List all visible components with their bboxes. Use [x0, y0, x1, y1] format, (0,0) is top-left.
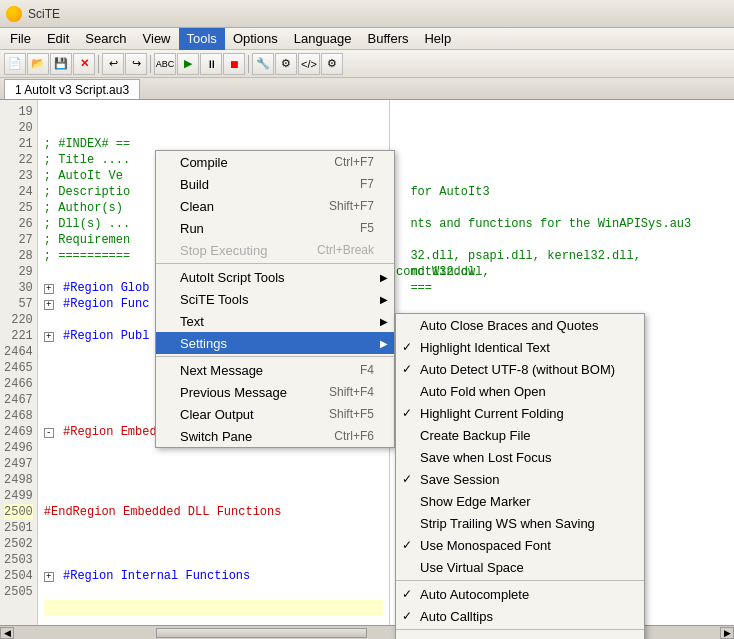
tools-clear-output[interactable]: Clear Output Shift+F5: [156, 403, 394, 425]
check-icon: ✓: [402, 340, 412, 354]
save-button[interactable]: 💾: [50, 53, 72, 75]
fold-icon[interactable]: +: [44, 332, 54, 342]
menu-bar: File Edit Search View Tools Options Lang…: [0, 28, 734, 50]
menu-options[interactable]: Options: [225, 28, 286, 50]
scrollbar-thumb[interactable]: [156, 628, 367, 638]
pause-btn[interactable]: ⏸: [200, 53, 222, 75]
tools-compile[interactable]: Compile Ctrl+F7: [156, 151, 394, 173]
code-line: [44, 520, 383, 536]
settings-edge-marker[interactable]: Show Edge Marker: [396, 490, 644, 512]
tool3-btn[interactable]: </>: [298, 53, 320, 75]
settings-save-focus[interactable]: Save when Lost Focus: [396, 446, 644, 468]
check-icon: ✓: [402, 587, 412, 601]
sep: [156, 263, 394, 264]
check-icon: ✓: [402, 406, 412, 420]
menu-buffers[interactable]: Buffers: [360, 28, 417, 50]
check-icon: ✓: [402, 538, 412, 552]
tools-scite-tools[interactable]: SciTE Tools: [156, 288, 394, 310]
code-line: [44, 600, 383, 616]
settings-save-session[interactable]: ✓ Save Session: [396, 468, 644, 490]
check-icon: ✓: [402, 362, 412, 376]
fold-icon[interactable]: +: [44, 572, 54, 582]
menu-file[interactable]: File: [2, 28, 39, 50]
line-numbers: 19 20 21 22 23 24 25 26 27 28 29 30 57 2…: [0, 100, 38, 639]
settings-monospaced[interactable]: ✓ Use Monospaced Font: [396, 534, 644, 556]
settings-auto-close[interactable]: Auto Close Braces and Quotes: [396, 314, 644, 336]
sep: [396, 580, 644, 581]
settings-auto-autocomplete[interactable]: ✓ Auto Autocomplete: [396, 583, 644, 605]
tools-clean[interactable]: Clean Shift+F7: [156, 195, 394, 217]
fold-icon[interactable]: -: [44, 428, 54, 438]
editor-area: 19 20 21 22 23 24 25 26 27 28 29 30 57 2…: [0, 100, 734, 639]
code-line: [44, 552, 383, 568]
close-button[interactable]: ✕: [73, 53, 95, 75]
tools-prev-message[interactable]: Previous Message Shift+F4: [156, 381, 394, 403]
settings-auto-fold[interactable]: Auto Fold when Open: [396, 380, 644, 402]
menu-edit[interactable]: Edit: [39, 28, 77, 50]
settings-virtual-space[interactable]: Use Virtual Space: [396, 556, 644, 578]
sep3: [248, 55, 249, 73]
check-icon: ✓: [402, 472, 412, 486]
code-line: [44, 104, 383, 120]
settings-strip-ws[interactable]: Strip Trailing WS when Saving: [396, 512, 644, 534]
menu-language[interactable]: Language: [286, 28, 360, 50]
code-line: [44, 488, 383, 504]
title-text: SciTE: [28, 7, 60, 21]
tool4-btn[interactable]: ⚙: [321, 53, 343, 75]
settings-backup[interactable]: Create Backup File: [396, 424, 644, 446]
code-line: [44, 584, 383, 600]
tool2-btn[interactable]: ⚙: [275, 53, 297, 75]
settings-sidebar[interactable]: Sidebar: [396, 632, 644, 639]
tools-dropdown: Compile Ctrl+F7 Build F7 Clean Shift+F7 …: [155, 150, 395, 448]
stop-btn[interactable]: ⏹: [223, 53, 245, 75]
code-line: + #Region Internal Functions: [44, 568, 383, 584]
tools-next-message[interactable]: Next Message F4: [156, 359, 394, 381]
sep2: [150, 55, 151, 73]
tools-build[interactable]: Build F7: [156, 173, 394, 195]
sep2: [156, 356, 394, 357]
settings-auto-calltips[interactable]: ✓ Auto Calltips: [396, 605, 644, 627]
code-line: #EndRegion Embedded DLL Functions: [44, 504, 383, 520]
settings-highlight-folding[interactable]: ✓ Highlight Current Folding: [396, 402, 644, 424]
menu-view[interactable]: View: [135, 28, 179, 50]
sep1: [98, 55, 99, 73]
fold-icon[interactable]: +: [44, 284, 54, 294]
tools-settings[interactable]: Settings: [156, 332, 394, 354]
sep2: [396, 629, 644, 630]
tools-stop[interactable]: Stop Executing Ctrl+Break: [156, 239, 394, 261]
code-line: [44, 536, 383, 552]
tool1-btn[interactable]: 🔧: [252, 53, 274, 75]
title-bar: SciTE: [0, 0, 734, 28]
code-line: [44, 472, 383, 488]
tools-text[interactable]: Text: [156, 310, 394, 332]
tools-autoit-script-tools[interactable]: AutoIt Script Tools: [156, 266, 394, 288]
settings-highlight-identical[interactable]: ✓ Highlight Identical Text: [396, 336, 644, 358]
open-button[interactable]: 📂: [27, 53, 49, 75]
settings-submenu: Auto Close Braces and Quotes ✓ Highlight…: [395, 313, 645, 639]
check-icon: ✓: [402, 609, 412, 623]
code-line: [44, 120, 383, 136]
tab-autoit[interactable]: 1 AutoIt v3 Script.au3: [4, 79, 140, 99]
app-icon: [6, 6, 22, 22]
compile-btn[interactable]: ABC: [154, 53, 176, 75]
redo-button[interactable]: ↪: [125, 53, 147, 75]
settings-auto-detect-utf8[interactable]: ✓ Auto Detect UTF-8 (without BOM): [396, 358, 644, 380]
menu-help[interactable]: Help: [416, 28, 459, 50]
tools-switch-pane[interactable]: Switch Pane Ctrl+F6: [156, 425, 394, 447]
toolbar: 📄 📂 💾 ✕ ↩ ↪ ABC ▶ ⏸ ⏹ 🔧 ⚙ </> ⚙: [0, 50, 734, 78]
code-line: [44, 456, 383, 472]
undo-button[interactable]: ↩: [102, 53, 124, 75]
new-button[interactable]: 📄: [4, 53, 26, 75]
menu-tools[interactable]: Tools: [179, 28, 225, 50]
tools-run[interactable]: Run F5: [156, 217, 394, 239]
fold-icon[interactable]: +: [44, 300, 54, 310]
tab-bar: 1 AutoIt v3 Script.au3: [0, 78, 734, 100]
run-btn[interactable]: ▶: [177, 53, 199, 75]
menu-search[interactable]: Search: [77, 28, 134, 50]
